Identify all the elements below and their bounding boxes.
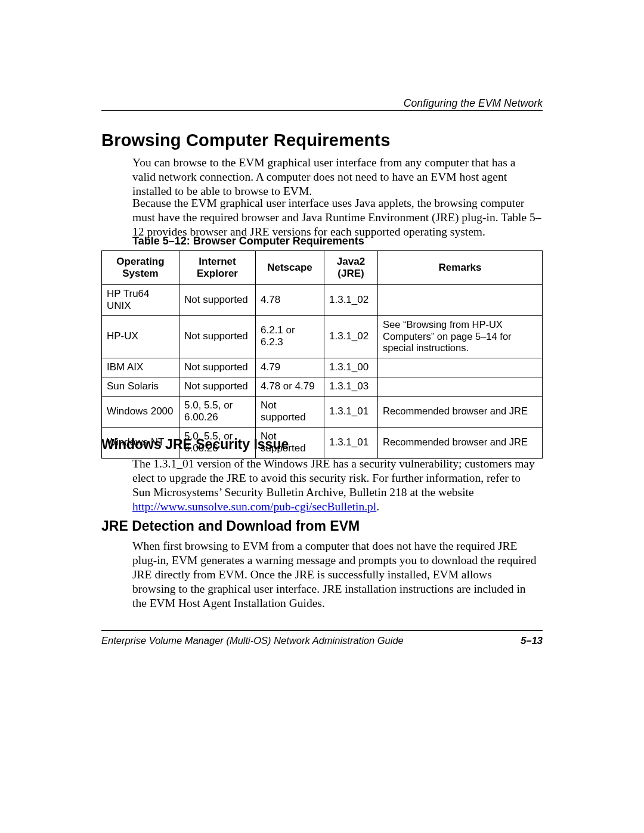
table-cell: Recommended browser and JRE <box>378 396 543 427</box>
table-cell <box>378 285 543 316</box>
table-caption: Table 5–12: Browser Computer Requirement… <box>132 235 364 247</box>
table-cell: 6.2.1 or 6.2.3 <box>256 316 324 358</box>
footer-title: Enterprise Volume Manager (Multi-OS) Net… <box>101 635 404 646</box>
th-rem: Remarks <box>378 251 543 285</box>
table-cell: 4.78 or 4.79 <box>256 377 324 396</box>
table-cell: Not supported <box>179 316 256 358</box>
heading-jre-detection: JRE Detection and Download from EVM <box>101 518 360 534</box>
table-cell: HP-UX <box>102 316 179 358</box>
table-cell: IBM AIX <box>102 358 179 377</box>
table-row: HP-UXNot supported6.2.1 or 6.2.31.3.1_02… <box>102 316 543 358</box>
table-cell: 1.3.1_02 <box>324 316 378 358</box>
table-row: Windows 20005.0, 5.5, or 6.00.26Not supp… <box>102 396 543 427</box>
table-cell: Not supported <box>256 396 324 427</box>
table-browser-requirements: Operating System Internet Explorer Netsc… <box>101 250 543 459</box>
table-header-row: Operating System Internet Explorer Netsc… <box>102 251 543 285</box>
table-cell: 1.3.1_01 <box>324 427 378 458</box>
table-cell: Sun Solaris <box>102 377 179 396</box>
paragraph-jre-detection: When first browsing to EVM from a comput… <box>132 539 537 611</box>
table-row: Sun SolarisNot supported4.78 or 4.791.3.… <box>102 377 543 396</box>
heading-browsing-requirements: Browsing Computer Requirements <box>101 131 391 150</box>
th-ns: Netscape <box>256 251 324 285</box>
header-rule <box>101 110 543 111</box>
table-cell: Not supported <box>179 285 256 316</box>
running-head: Configuring the EVM Network <box>101 97 543 110</box>
table-cell: 1.3.1_00 <box>324 358 378 377</box>
table-cell: Not supported <box>179 377 256 396</box>
table-cell: 5.0, 5.5, or 6.00.26 <box>179 396 256 427</box>
page: Configuring the EVM Network Browsing Com… <box>0 0 644 833</box>
table-cell: 4.79 <box>256 358 324 377</box>
table-cell <box>378 358 543 377</box>
para3-suffix: . <box>376 500 379 513</box>
table-cell: See “Browsing from HP-UX Computers” on p… <box>378 316 543 358</box>
paragraph-java: Because the EVM graphical user interface… <box>132 196 541 239</box>
table-cell <box>378 377 543 396</box>
table-cell: 1.3.1_01 <box>324 396 378 427</box>
paragraph-jre-security: The 1.3.1_01 version of the Windows JRE … <box>132 457 537 514</box>
th-ie: Internet Explorer <box>179 251 256 285</box>
table-cell: 1.3.1_02 <box>324 285 378 316</box>
table-cell: Windows 2000 <box>102 396 179 427</box>
footer: Enterprise Volume Manager (Multi-OS) Net… <box>101 635 543 646</box>
th-jre: Java2 (JRE) <box>324 251 378 285</box>
table-cell: Recommended browser and JRE <box>378 427 543 458</box>
table-cell: HP Tru64 UNIX <box>102 285 179 316</box>
table-cell: Not supported <box>179 358 256 377</box>
heading-jre-security: Windows JRE Security Issue <box>101 436 289 453</box>
table-row: IBM AIXNot supported4.791.3.1_00 <box>102 358 543 377</box>
th-os: Operating System <box>102 251 179 285</box>
para3-prefix: The 1.3.1_01 version of the Windows JRE … <box>132 457 535 498</box>
table-cell: 1.3.1_03 <box>324 377 378 396</box>
footer-page-number: 5–13 <box>521 635 543 646</box>
paragraph-intro: You can browse to the EVM graphical user… <box>132 156 537 199</box>
footer-rule <box>101 630 543 631</box>
table-row: HP Tru64 UNIXNot supported4.781.3.1_02 <box>102 285 543 316</box>
link-sunsolve[interactable]: http://www.sunsolve.sun.com/pub-cgi/secB… <box>132 500 376 513</box>
table-cell: 4.78 <box>256 285 324 316</box>
